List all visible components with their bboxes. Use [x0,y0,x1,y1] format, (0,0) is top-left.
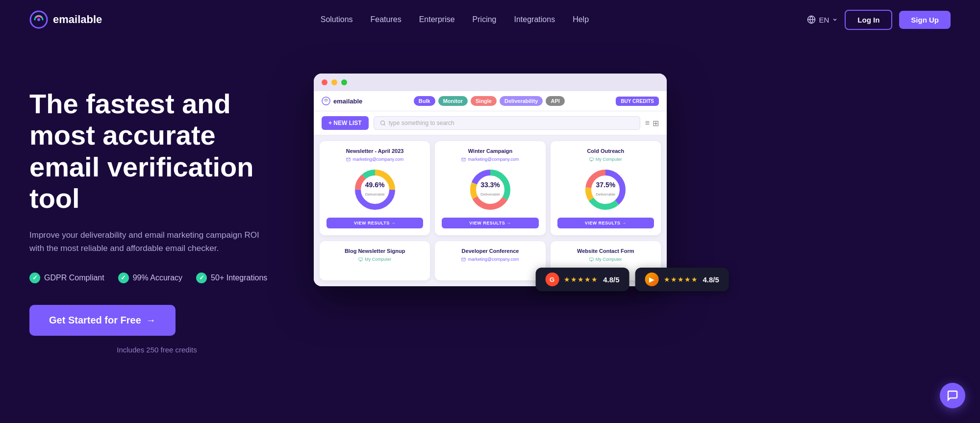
hero-left: The fastest and most accurate email veri… [29,69,284,354]
card-6-sub: My Computer [589,257,622,262]
app-nav-tabs: Bulk Monitor Single Deliverability API [414,96,565,106]
chat-bubble[interactable] [940,383,965,408]
card-2-title: Winter Campaign [468,148,512,154]
brand-name: emailable [53,13,102,26]
computer-icon-6 [589,257,594,262]
language-label: EN [819,16,829,24]
svg-point-6 [380,121,384,125]
app-tab-api[interactable]: API [546,96,564,106]
envelope-icon-1 [346,157,351,162]
card-1-donut: 49.6% Deliverable [353,168,397,212]
card-1-sub: marketing@company.com [346,157,403,162]
hero-title: The fastest and most accurate email veri… [29,88,284,215]
svg-point-1 [37,18,40,21]
hero-subtitle: Improve your deliverability and email ma… [29,228,265,255]
capterra-icon: ▶ [645,273,659,286]
logo[interactable]: emailable [29,10,102,29]
check-icon-gdpr [29,273,40,283]
chat-icon [947,390,958,401]
window-titlebar [314,74,667,91]
nav-solutions[interactable]: Solutions [321,15,353,24]
check-icon-integrations [196,273,207,283]
hero-section: The fastest and most accurate email veri… [0,39,980,412]
nav-right: EN Log In Sign Up [807,10,951,30]
card-3-view-button[interactable]: VIEW RESULTS → [557,218,654,228]
grid-view-icon[interactable]: ⊞ [653,119,659,128]
app-toolbar: + NEW LIST type something to search ≡ ⊞ [314,111,667,135]
svg-rect-28 [359,258,363,260]
app-cards-grid: Newsletter - April 2023 marketing@compan… [314,135,667,241]
badge-integrations-label: 50+ Integrations [211,274,267,282]
badge-accuracy: 99% Accuracy [118,273,182,283]
cta-label: Get Started for Free [49,315,141,326]
card-1-donut-label: 49.6% Deliverable [365,181,385,198]
window-dot-red [322,79,327,85]
app-tab-monitor[interactable]: Monitor [438,96,468,106]
card-3-donut: 37.5% Deliverable [583,168,628,212]
globe-icon [807,15,816,24]
computer-icon-3 [589,157,594,162]
cta-button[interactable]: Get Started for Free → [29,305,176,336]
card-2-view-button[interactable]: VIEW RESULTS → [442,218,538,228]
hero-right: emailable Bulk Monitor Single Deliverabi… [314,69,951,286]
card-6-title: Website Contact Form [577,248,634,254]
nav-enterprise[interactable]: Enterprise [419,15,455,24]
g2-rating: 4.8/5 [603,275,619,284]
app-tab-bulk[interactable]: Bulk [414,96,435,106]
g2-stars: ★★★★★ [564,275,598,283]
card-3-donut-label: 37.5% Deliverable [596,181,615,198]
cta-arrow: → [146,315,156,326]
window-dot-yellow [331,79,337,85]
card-5-sub: marketing@company.com [461,257,519,262]
search-box[interactable]: type something to search [374,116,640,130]
login-button[interactable]: Log In [845,10,892,30]
new-list-button[interactable]: + NEW LIST [322,116,369,130]
envelope-icon-5 [461,257,466,262]
capterra-rating: 4.8/5 [703,275,719,284]
g2-icon: G [545,273,559,286]
list-card-1: Newsletter - April 2023 marketing@compan… [320,141,430,235]
list-view-icon[interactable]: ≡ [645,119,650,128]
search-placeholder: type something to search [389,120,454,126]
app-inner: emailable Bulk Monitor Single Deliverabi… [314,91,667,286]
app-logo-icon [322,97,330,105]
list-card-3: Cold Outreach My Computer [551,141,661,235]
app-tab-deliverability[interactable]: Deliverability [500,96,543,106]
review-badge-g2: G ★★★★★ 4.8/5 [535,268,629,291]
logo-icon [29,10,48,29]
card-2-donut-label: 33.3% Deliverable [480,181,500,198]
navigation: emailable Solutions Features Enterprise … [0,0,980,39]
app-brand-name: emailable [333,98,362,105]
svg-line-7 [384,124,385,125]
nav-features[interactable]: Features [371,15,402,24]
card-5-title: Developer Conference [462,248,519,254]
nav-help[interactable]: Help [573,15,589,24]
list-card-4: Blog Newsletter Signup My Computer [320,241,430,280]
hero-badges: GDPR Compliant 99% Accuracy 50+ Integrat… [29,273,284,283]
nav-links: Solutions Features Enterprise Pricing In… [321,15,589,24]
envelope-icon-2 [461,157,466,162]
review-badges: G ★★★★★ 4.8/5 ▶ ★★★★★ 4.8/5 [535,268,729,291]
app-screenshot: emailable Bulk Monitor Single Deliverabi… [314,74,667,286]
card-1-title: Newsletter - April 2023 [346,148,404,154]
badge-accuracy-label: 99% Accuracy [133,274,182,282]
chevron-down-icon [832,17,838,23]
card-4-title: Blog Newsletter Signup [345,248,405,254]
card-3-title: Cold Outreach [587,148,624,154]
window-dot-green [341,79,347,85]
signup-button[interactable]: Sign Up [899,11,951,29]
language-selector[interactable]: EN [807,15,838,24]
buy-credits-button[interactable]: BUY CREDITS [616,97,659,106]
card-2-donut: 33.3% Deliverable [468,168,512,212]
svg-rect-20 [590,158,594,160]
card-4-sub: My Computer [358,257,391,262]
app-tab-single[interactable]: Single [471,96,497,106]
svg-point-5 [326,100,327,101]
card-1-view-button[interactable]: VIEW RESULTS → [327,218,423,228]
badge-integrations: 50+ Integrations [196,273,267,283]
check-icon-accuracy [118,273,129,283]
nav-integrations[interactable]: Integrations [514,15,555,24]
capterra-stars: ★★★★★ [664,275,698,283]
nav-pricing[interactable]: Pricing [473,15,497,24]
card-3-sub: My Computer [589,157,622,162]
